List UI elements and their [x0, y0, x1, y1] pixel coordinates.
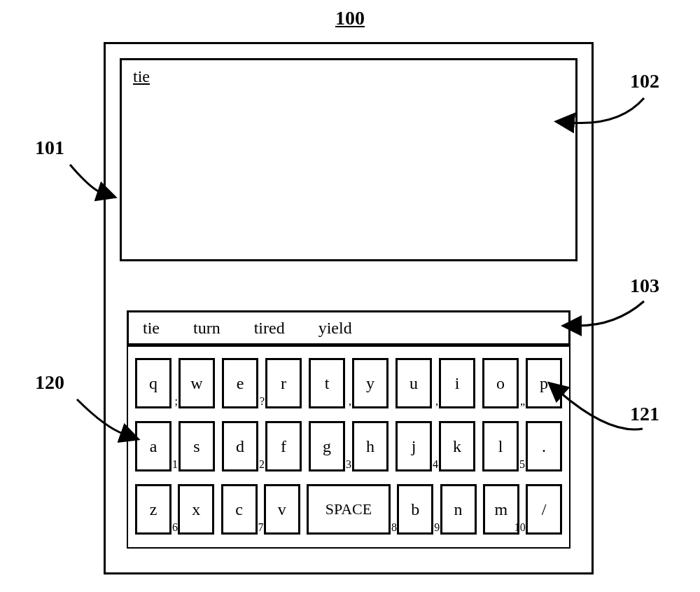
key-secondary-label: , — [349, 395, 351, 408]
key-v[interactable]: v — [264, 484, 300, 535]
key-secondary-label: 5 — [519, 458, 525, 471]
key-main-label: s — [193, 437, 200, 456]
key-main-label: SPACE — [326, 500, 372, 518]
key-l[interactable]: l5 — [482, 421, 519, 471]
key-/[interactable]: / — [526, 484, 562, 535]
key-main-label: e — [237, 374, 244, 393]
key-z[interactable]: z6 — [135, 484, 172, 535]
callout-101: 101 — [35, 137, 64, 159]
keyboard-row-3: z6xc7vSPACE8b9nm10/ — [135, 484, 562, 535]
key-main-label: c — [235, 500, 243, 519]
key-e[interactable]: e? — [222, 358, 258, 408]
key-main-label: g — [323, 437, 331, 456]
key-d[interactable]: d2 — [222, 421, 258, 471]
key-main-label: d — [236, 437, 244, 456]
typed-text: tie — [133, 67, 150, 85]
suggestion-item[interactable]: yield — [318, 319, 352, 338]
key-a[interactable]: a1 — [135, 421, 172, 471]
key-secondary-label: 10 — [514, 521, 526, 534]
key-main-label: f — [281, 437, 286, 456]
key-main-label: w — [190, 374, 202, 393]
device-outline: tie tie turn tired yield q;we?rt,yu,io„p… — [104, 42, 594, 574]
key-r[interactable]: r — [265, 358, 302, 408]
key-u[interactable]: u, — [396, 358, 432, 408]
suggestion-item[interactable]: tired — [254, 319, 285, 338]
key-main-label: y — [366, 374, 374, 393]
key-secondary-label: 8 — [391, 521, 397, 534]
key-secondary-label: 6 — [172, 521, 178, 534]
key-j[interactable]: j4 — [396, 421, 432, 471]
key-o[interactable]: o„ — [482, 358, 519, 408]
key-secondary-label: ? — [260, 395, 265, 408]
key-main-label: . — [542, 437, 546, 456]
key-main-label: z — [150, 500, 158, 519]
key-main-label: q — [149, 374, 158, 393]
key-.[interactable]: . — [526, 421, 562, 471]
key-y[interactable]: y — [352, 358, 388, 408]
figure-stage: 100 tie tie turn tired yield q;we?rt,yu,… — [0, 0, 700, 592]
key-g[interactable]: g3 — [309, 421, 345, 471]
key-secondary-label: 3 — [346, 458, 351, 471]
key-i[interactable]: i — [439, 358, 475, 408]
key-main-label: v — [278, 500, 286, 519]
key-w[interactable]: w — [178, 358, 215, 408]
key-main-label: a — [150, 437, 158, 456]
suggestion-bar: tie turn tired yield — [127, 310, 570, 345]
key-b[interactable]: b9 — [397, 484, 433, 535]
key-f[interactable]: f — [265, 421, 302, 471]
key-secondary-label: 2 — [259, 458, 265, 471]
key-main-label: m — [494, 500, 507, 519]
key-space[interactable]: SPACE8 — [307, 484, 391, 535]
key-secondary-label: 9 — [434, 521, 440, 534]
key-main-label: i — [455, 374, 460, 393]
key-secondary-label: 1 — [172, 458, 178, 471]
suggestion-item[interactable]: turn — [193, 319, 220, 338]
callout-103: 103 — [630, 275, 659, 297]
key-main-label: x — [192, 500, 200, 519]
key-k[interactable]: k — [439, 421, 475, 471]
key-q[interactable]: q; — [135, 358, 172, 408]
key-c[interactable]: c7 — [221, 484, 258, 535]
key-secondary-label: „ — [520, 395, 525, 408]
key-main-label: h — [366, 437, 374, 456]
callout-120: 120 — [35, 371, 64, 394]
key-main-label: k — [453, 437, 461, 456]
key-main-label: j — [412, 437, 416, 456]
key-main-label: / — [542, 500, 547, 519]
figure-number: 100 — [0, 7, 700, 29]
key-s[interactable]: s — [178, 421, 215, 471]
key-x[interactable]: x — [178, 484, 214, 535]
callout-102: 102 — [630, 70, 659, 92]
key-main-label: b — [411, 500, 419, 519]
text-display-area[interactable]: tie — [120, 58, 578, 261]
key-secondary-label: ; — [175, 395, 178, 408]
key-main-label: p — [540, 374, 548, 393]
key-main-label: l — [498, 437, 503, 456]
keyboard-row-1: q;we?rt,yu,io„p — [135, 358, 562, 408]
key-main-label: t — [325, 374, 330, 393]
key-m[interactable]: m10 — [483, 484, 519, 535]
key-secondary-label: , — [435, 395, 438, 408]
key-h[interactable]: h — [352, 421, 388, 471]
key-main-label: o — [496, 374, 505, 393]
key-secondary-label: 4 — [433, 458, 438, 471]
callout-121: 121 — [630, 403, 659, 425]
key-n[interactable]: n — [440, 484, 477, 535]
key-main-label: u — [410, 374, 418, 393]
key-p[interactable]: p — [526, 358, 562, 408]
key-t[interactable]: t, — [309, 358, 345, 408]
key-main-label: r — [281, 374, 286, 393]
key-main-label: n — [454, 500, 463, 519]
key-secondary-label: 7 — [258, 521, 264, 534]
suggestion-item[interactable]: tie — [143, 319, 160, 338]
keyboard: q;we?rt,yu,io„p a1sd2fg3hj4kl5. z6xc7vSP… — [127, 345, 570, 549]
keyboard-row-2: a1sd2fg3hj4kl5. — [135, 421, 562, 471]
